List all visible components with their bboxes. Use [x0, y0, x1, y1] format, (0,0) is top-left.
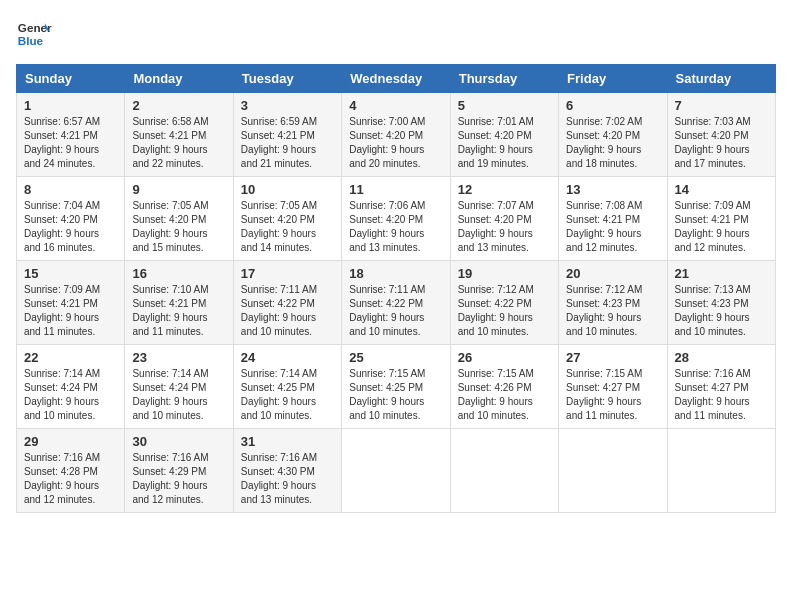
- day-number: 11: [349, 182, 442, 197]
- calendar-cell: 16 Sunrise: 7:10 AMSunset: 4:21 PMDaylig…: [125, 261, 233, 345]
- day-number: 26: [458, 350, 551, 365]
- day-number: 15: [24, 266, 117, 281]
- day-info: Sunrise: 6:58 AMSunset: 4:21 PMDaylight:…: [132, 115, 225, 171]
- calendar-cell: 29 Sunrise: 7:16 AMSunset: 4:28 PMDaylig…: [17, 429, 125, 513]
- day-info: Sunrise: 7:14 AMSunset: 4:24 PMDaylight:…: [132, 367, 225, 423]
- calendar-cell: 28 Sunrise: 7:16 AMSunset: 4:27 PMDaylig…: [667, 345, 775, 429]
- day-number: 2: [132, 98, 225, 113]
- day-number: 6: [566, 98, 659, 113]
- day-info: Sunrise: 7:04 AMSunset: 4:20 PMDaylight:…: [24, 199, 117, 255]
- day-info: Sunrise: 7:01 AMSunset: 4:20 PMDaylight:…: [458, 115, 551, 171]
- day-info: Sunrise: 7:06 AMSunset: 4:20 PMDaylight:…: [349, 199, 442, 255]
- day-number: 4: [349, 98, 442, 113]
- calendar-cell: 23 Sunrise: 7:14 AMSunset: 4:24 PMDaylig…: [125, 345, 233, 429]
- calendar-cell: 18 Sunrise: 7:11 AMSunset: 4:22 PMDaylig…: [342, 261, 450, 345]
- calendar-cell: 27 Sunrise: 7:15 AMSunset: 4:27 PMDaylig…: [559, 345, 667, 429]
- day-info: Sunrise: 7:05 AMSunset: 4:20 PMDaylight:…: [132, 199, 225, 255]
- calendar-cell: 11 Sunrise: 7:06 AMSunset: 4:20 PMDaylig…: [342, 177, 450, 261]
- calendar-week-row: 15 Sunrise: 7:09 AMSunset: 4:21 PMDaylig…: [17, 261, 776, 345]
- calendar-cell: 20 Sunrise: 7:12 AMSunset: 4:23 PMDaylig…: [559, 261, 667, 345]
- calendar-cell: 26 Sunrise: 7:15 AMSunset: 4:26 PMDaylig…: [450, 345, 558, 429]
- day-info: Sunrise: 6:57 AMSunset: 4:21 PMDaylight:…: [24, 115, 117, 171]
- calendar-cell: 3 Sunrise: 6:59 AMSunset: 4:21 PMDayligh…: [233, 93, 341, 177]
- day-number: 17: [241, 266, 334, 281]
- day-number: 13: [566, 182, 659, 197]
- day-info: Sunrise: 7:02 AMSunset: 4:20 PMDaylight:…: [566, 115, 659, 171]
- calendar-cell: 30 Sunrise: 7:16 AMSunset: 4:29 PMDaylig…: [125, 429, 233, 513]
- day-info: Sunrise: 6:59 AMSunset: 4:21 PMDaylight:…: [241, 115, 334, 171]
- calendar-cell: 13 Sunrise: 7:08 AMSunset: 4:21 PMDaylig…: [559, 177, 667, 261]
- day-info: Sunrise: 7:00 AMSunset: 4:20 PMDaylight:…: [349, 115, 442, 171]
- weekday-header-tuesday: Tuesday: [233, 65, 341, 93]
- calendar-cell: 6 Sunrise: 7:02 AMSunset: 4:20 PMDayligh…: [559, 93, 667, 177]
- calendar-week-row: 22 Sunrise: 7:14 AMSunset: 4:24 PMDaylig…: [17, 345, 776, 429]
- calendar-cell: 31 Sunrise: 7:16 AMSunset: 4:30 PMDaylig…: [233, 429, 341, 513]
- weekday-header-row: SundayMondayTuesdayWednesdayThursdayFrid…: [17, 65, 776, 93]
- day-info: Sunrise: 7:16 AMSunset: 4:29 PMDaylight:…: [132, 451, 225, 507]
- day-info: Sunrise: 7:07 AMSunset: 4:20 PMDaylight:…: [458, 199, 551, 255]
- day-info: Sunrise: 7:08 AMSunset: 4:21 PMDaylight:…: [566, 199, 659, 255]
- day-info: Sunrise: 7:15 AMSunset: 4:26 PMDaylight:…: [458, 367, 551, 423]
- calendar-cell: [342, 429, 450, 513]
- day-number: 23: [132, 350, 225, 365]
- calendar-cell: 8 Sunrise: 7:04 AMSunset: 4:20 PMDayligh…: [17, 177, 125, 261]
- calendar-cell: 22 Sunrise: 7:14 AMSunset: 4:24 PMDaylig…: [17, 345, 125, 429]
- day-info: Sunrise: 7:15 AMSunset: 4:27 PMDaylight:…: [566, 367, 659, 423]
- day-number: 25: [349, 350, 442, 365]
- calendar-week-row: 29 Sunrise: 7:16 AMSunset: 4:28 PMDaylig…: [17, 429, 776, 513]
- day-info: Sunrise: 7:14 AMSunset: 4:25 PMDaylight:…: [241, 367, 334, 423]
- calendar-cell: 24 Sunrise: 7:14 AMSunset: 4:25 PMDaylig…: [233, 345, 341, 429]
- calendar-cell: 25 Sunrise: 7:15 AMSunset: 4:25 PMDaylig…: [342, 345, 450, 429]
- logo: General Blue: [16, 16, 52, 52]
- weekday-header-sunday: Sunday: [17, 65, 125, 93]
- day-info: Sunrise: 7:09 AMSunset: 4:21 PMDaylight:…: [675, 199, 768, 255]
- weekday-header-friday: Friday: [559, 65, 667, 93]
- day-info: Sunrise: 7:16 AMSunset: 4:28 PMDaylight:…: [24, 451, 117, 507]
- calendar-table: SundayMondayTuesdayWednesdayThursdayFrid…: [16, 64, 776, 513]
- day-info: Sunrise: 7:13 AMSunset: 4:23 PMDaylight:…: [675, 283, 768, 339]
- calendar-cell: 19 Sunrise: 7:12 AMSunset: 4:22 PMDaylig…: [450, 261, 558, 345]
- calendar-cell: 14 Sunrise: 7:09 AMSunset: 4:21 PMDaylig…: [667, 177, 775, 261]
- day-number: 20: [566, 266, 659, 281]
- day-number: 18: [349, 266, 442, 281]
- day-info: Sunrise: 7:12 AMSunset: 4:22 PMDaylight:…: [458, 283, 551, 339]
- day-number: 29: [24, 434, 117, 449]
- svg-text:Blue: Blue: [18, 34, 44, 47]
- day-number: 22: [24, 350, 117, 365]
- calendar-cell: [450, 429, 558, 513]
- day-number: 14: [675, 182, 768, 197]
- weekday-header-wednesday: Wednesday: [342, 65, 450, 93]
- day-info: Sunrise: 7:11 AMSunset: 4:22 PMDaylight:…: [241, 283, 334, 339]
- day-number: 5: [458, 98, 551, 113]
- calendar-week-row: 1 Sunrise: 6:57 AMSunset: 4:21 PMDayligh…: [17, 93, 776, 177]
- day-number: 7: [675, 98, 768, 113]
- calendar-cell: 5 Sunrise: 7:01 AMSunset: 4:20 PMDayligh…: [450, 93, 558, 177]
- calendar-cell: 4 Sunrise: 7:00 AMSunset: 4:20 PMDayligh…: [342, 93, 450, 177]
- day-info: Sunrise: 7:05 AMSunset: 4:20 PMDaylight:…: [241, 199, 334, 255]
- day-info: Sunrise: 7:09 AMSunset: 4:21 PMDaylight:…: [24, 283, 117, 339]
- day-number: 9: [132, 182, 225, 197]
- calendar-cell: 12 Sunrise: 7:07 AMSunset: 4:20 PMDaylig…: [450, 177, 558, 261]
- day-number: 19: [458, 266, 551, 281]
- day-number: 1: [24, 98, 117, 113]
- calendar-cell: 7 Sunrise: 7:03 AMSunset: 4:20 PMDayligh…: [667, 93, 775, 177]
- day-number: 16: [132, 266, 225, 281]
- day-info: Sunrise: 7:15 AMSunset: 4:25 PMDaylight:…: [349, 367, 442, 423]
- day-number: 8: [24, 182, 117, 197]
- day-number: 24: [241, 350, 334, 365]
- day-number: 3: [241, 98, 334, 113]
- calendar-cell: [559, 429, 667, 513]
- header: General Blue: [16, 16, 776, 52]
- calendar-cell: 15 Sunrise: 7:09 AMSunset: 4:21 PMDaylig…: [17, 261, 125, 345]
- day-info: Sunrise: 7:11 AMSunset: 4:22 PMDaylight:…: [349, 283, 442, 339]
- day-info: Sunrise: 7:10 AMSunset: 4:21 PMDaylight:…: [132, 283, 225, 339]
- calendar-cell: [667, 429, 775, 513]
- day-number: 28: [675, 350, 768, 365]
- day-info: Sunrise: 7:16 AMSunset: 4:30 PMDaylight:…: [241, 451, 334, 507]
- day-info: Sunrise: 7:03 AMSunset: 4:20 PMDaylight:…: [675, 115, 768, 171]
- calendar-week-row: 8 Sunrise: 7:04 AMSunset: 4:20 PMDayligh…: [17, 177, 776, 261]
- day-info: Sunrise: 7:14 AMSunset: 4:24 PMDaylight:…: [24, 367, 117, 423]
- day-info: Sunrise: 7:12 AMSunset: 4:23 PMDaylight:…: [566, 283, 659, 339]
- calendar-cell: 21 Sunrise: 7:13 AMSunset: 4:23 PMDaylig…: [667, 261, 775, 345]
- weekday-header-thursday: Thursday: [450, 65, 558, 93]
